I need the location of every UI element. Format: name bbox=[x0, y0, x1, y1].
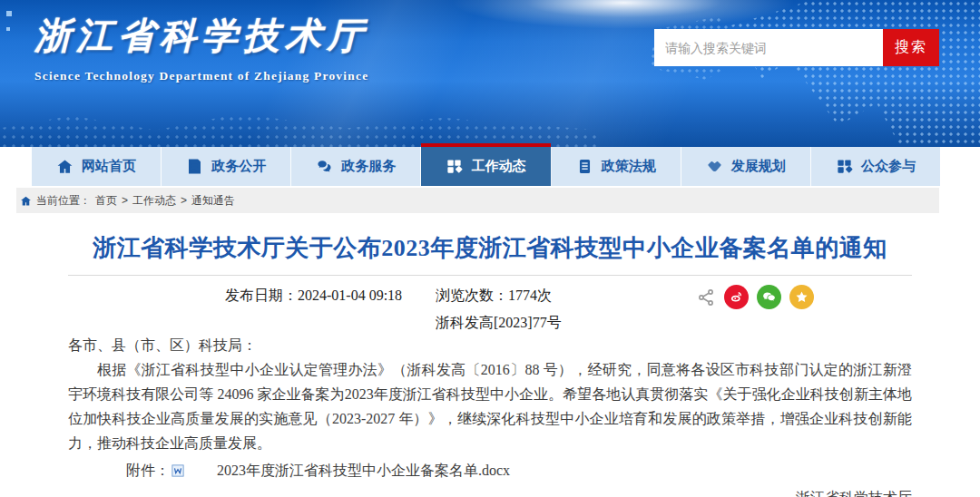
nav-item-gov-info[interactable]: 政务公开 bbox=[162, 147, 291, 186]
nav-item-label: 政策法规 bbox=[602, 158, 656, 175]
home-icon bbox=[56, 158, 74, 175]
home-icon bbox=[20, 195, 32, 207]
nav-item-label: 网站首页 bbox=[82, 158, 136, 175]
signature-org: 浙江省科学技术厅 bbox=[68, 486, 912, 497]
share-bar bbox=[696, 285, 814, 309]
breadcrumb-notices[interactable]: 通知通告 bbox=[191, 193, 235, 209]
breadcrumb-separator: > bbox=[122, 194, 128, 207]
handshake-icon bbox=[706, 158, 723, 175]
nav-item-label: 发展规划 bbox=[731, 158, 786, 175]
nav-item-home[interactable]: 网站首页 bbox=[32, 147, 162, 186]
nav-item-policies[interactable]: 政策法规 bbox=[552, 147, 681, 186]
nav-item-work-news[interactable]: 工作动态 bbox=[421, 147, 551, 186]
corner-square-decoration bbox=[6, 11, 12, 16]
view-count-value: 1774次 bbox=[508, 287, 552, 303]
publish-date: 发布日期：2024-01-04 09:18 bbox=[225, 287, 402, 306]
site-logo: 浙江省科学技术厅 Science Technology Department o… bbox=[34, 11, 368, 83]
wechat-icon[interactable] bbox=[757, 285, 781, 309]
nav-item-label: 公众参与 bbox=[861, 158, 916, 175]
breadcrumb-work-news[interactable]: 工作动态 bbox=[132, 193, 176, 209]
nav-item-gov-service[interactable]: 政务服务 bbox=[291, 147, 421, 186]
site-header: 浙江省科学技术厅 Science Technology Department o… bbox=[0, 0, 980, 147]
grid-squares-icon bbox=[836, 158, 853, 175]
view-count: 浏览次数：1774次 bbox=[436, 287, 552, 306]
breadcrumb-separator: > bbox=[181, 194, 187, 207]
article-title: 浙江省科学技术厅关于公布2023年度浙江省科技型中小企业备案名单的通知 bbox=[68, 233, 912, 264]
article-body-paragraph: 根据《浙江省科技型中小企业认定管理办法》（浙科发高〔2016〕88 号），经研究… bbox=[68, 357, 912, 455]
site-subtitle: Science Technology Department of Zhejian… bbox=[34, 69, 368, 83]
corner-square-decoration bbox=[6, 27, 10, 31]
breadcrumb-label: 当前位置： bbox=[36, 193, 91, 209]
word-doc-icon bbox=[172, 464, 184, 477]
doc-lines-icon bbox=[576, 158, 593, 175]
document-icon bbox=[186, 158, 203, 175]
view-count-label: 浏览次数： bbox=[436, 287, 508, 303]
chat-bubbles-icon bbox=[316, 158, 333, 175]
search-button[interactable]: 搜索 bbox=[883, 29, 939, 66]
grid-squares-icon bbox=[446, 158, 463, 175]
weibo-icon[interactable] bbox=[724, 285, 749, 309]
document-number: 浙科发高[2023]77号 bbox=[436, 314, 562, 333]
article: 浙江省科学技术厅关于公布2023年度浙江省科技型中小企业备案名单的通知 发布日期… bbox=[68, 233, 912, 497]
breadcrumb-home[interactable]: 首页 bbox=[95, 193, 117, 209]
article-salutation: 各市、县（市、区）科技局： bbox=[68, 333, 912, 357]
search-bar: 搜索 bbox=[654, 29, 939, 66]
publish-date-label: 发布日期： bbox=[225, 287, 298, 303]
attachment-label: 附件： bbox=[97, 458, 170, 482]
share-nodes-icon[interactable] bbox=[696, 287, 716, 307]
light-flare-decoration bbox=[451, 0, 796, 29]
article-meta: 发布日期：2024-01-04 09:18 浏览次数：1774次 浙科发高[20… bbox=[68, 276, 912, 325]
main-nav: 网站首页 政务公开 政务服务 工作动态 政策法规 发展规划 bbox=[32, 147, 940, 186]
attachment-link[interactable]: 2023年度浙江省科技型中小企业备案名单.docx bbox=[188, 458, 510, 482]
nav-item-public-participation[interactable]: 公众参与 bbox=[811, 147, 940, 186]
attachment-row: 附件： 2023年度浙江省科技型中小企业备案名单.docx bbox=[68, 458, 912, 482]
nav-item-label: 政务服务 bbox=[341, 158, 396, 175]
search-input[interactable] bbox=[654, 29, 883, 66]
nav-item-label: 政务公开 bbox=[211, 158, 266, 175]
nav-item-label: 工作动态 bbox=[471, 158, 525, 175]
article-signature: 浙江省科学技术厅 2023 年12 月28日 bbox=[68, 484, 912, 497]
publish-date-value: 2024-01-04 09:18 bbox=[298, 287, 402, 303]
site-title: 浙江省科学技术厅 bbox=[34, 11, 368, 61]
nav-item-development-plan[interactable]: 发展规划 bbox=[681, 147, 811, 186]
breadcrumb: 当前位置： 首页> 工作动态> 通知通告 bbox=[16, 188, 939, 213]
qzone-star-icon[interactable] bbox=[789, 285, 814, 309]
